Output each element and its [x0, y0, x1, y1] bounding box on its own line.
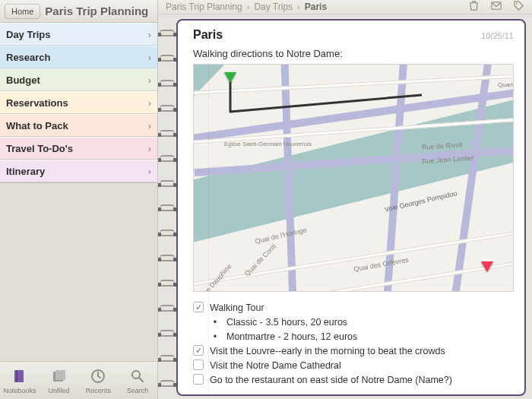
note-body[interactable]: Walking Tour • Classic - 3.5 hours, 20 e…	[178, 296, 524, 394]
mail-icon[interactable]	[490, 0, 502, 14]
chevron-right-icon: ›	[148, 143, 151, 154]
tab-notebooks[interactable]: Notebooks	[2, 367, 37, 394]
tab-unfiled[interactable]: Unfiled	[42, 367, 77, 394]
note-subtitle[interactable]: Walking directions to Notre Dame:	[178, 45, 524, 64]
checklist-item[interactable]: Walking Tour	[193, 302, 514, 314]
bullet-icon: •	[210, 316, 220, 328]
bullet-item[interactable]: • Montmartre - 2 hours, 12 euros	[210, 331, 514, 343]
bullet-icon: •	[210, 331, 220, 343]
sidebar-item-label: Itinerary	[6, 166, 45, 177]
content-area: Paris Trip Planning › Day Trips › Paris	[158, 0, 532, 399]
item-text: Visit the Louvre--early in the morning t…	[210, 345, 445, 357]
chevron-right-icon: ›	[148, 29, 151, 40]
checklist-item[interactable]: Visit the Louvre--early in the morning t…	[193, 345, 514, 357]
svg-rect-1	[16, 370, 17, 382]
note-title[interactable]: Paris	[193, 28, 223, 42]
checklist-item[interactable]: Visit the Notre Dame Cathedral	[193, 359, 514, 372]
svg-point-8	[516, 3, 518, 5]
sidebar-item-label: Day Trips	[6, 29, 51, 40]
sidebar-item-budget[interactable]: Budget ›	[0, 68, 157, 91]
sidebar-filler	[0, 183, 157, 361]
tab-label: Search	[127, 387, 149, 394]
sidebar-item-day-trips[interactable]: Day Trips ›	[0, 23, 157, 46]
tab-search[interactable]: Search	[120, 367, 155, 394]
map-image[interactable]: Rue de Rivoli Rue Jean Lantier Voie Geor…	[193, 64, 514, 292]
item-text: Go to the restaurant on east side of Not…	[210, 374, 452, 386]
sidebar-item-label: Budget	[6, 74, 40, 86]
checkbox-icon[interactable]	[193, 302, 204, 312]
sidebar-item-reservations[interactable]: Reservations ›	[0, 91, 157, 114]
stack-icon	[50, 367, 68, 385]
sidebar-item-label: Research	[6, 52, 51, 63]
sidebar: Home Paris Trip Planning Day Trips › Res…	[0, 0, 158, 399]
bullet-item[interactable]: • Classic - 3.5 hours, 20 euros	[210, 316, 514, 328]
chevron-right-icon: ›	[148, 166, 151, 177]
chevron-right-icon: ›	[247, 2, 250, 11]
chevron-right-icon: ›	[148, 120, 151, 131]
home-button[interactable]: Home	[5, 4, 40, 19]
route-end-marker	[481, 261, 493, 272]
note-date: 10/25/11	[481, 31, 514, 40]
trash-icon[interactable]	[468, 0, 480, 14]
item-text: Visit the Notre Dame Cathedral	[210, 359, 341, 372]
bottom-tabbar: Notebooks Unfiled Recents Search	[0, 361, 157, 399]
route-start-marker	[224, 72, 236, 83]
sidebar-item-travel-todos[interactable]: Travel To-Do's ›	[0, 137, 157, 160]
crumb-section[interactable]: Day Trips	[254, 2, 293, 12]
chevron-right-icon: ›	[148, 74, 151, 86]
clock-icon	[89, 367, 107, 385]
item-text: Classic - 3.5 hours, 20 euros	[226, 316, 347, 328]
map-label: Quartier des Halles	[498, 81, 514, 88]
crumb-notebook[interactable]: Paris Trip Planning	[166, 2, 242, 12]
app-root: Home Paris Trip Planning Day Trips › Res…	[0, 0, 532, 399]
notebook-title: Paris Trip Planning	[45, 5, 148, 17]
sidebar-item-label: What to Pack	[6, 120, 68, 131]
tab-recents[interactable]: Recents	[81, 367, 116, 394]
tab-label: Notebooks	[3, 387, 36, 394]
note-container: Paris 10/25/11 Walking directions to Not…	[158, 14, 532, 399]
note-header: Paris 10/25/11	[178, 21, 524, 45]
checklist-item[interactable]: Go to the restaurant on east side of Not…	[193, 374, 514, 386]
crumb-page: Paris	[305, 2, 327, 12]
spiral-binding	[160, 30, 176, 387]
sidebar-item-itinerary[interactable]: Itinerary ›	[0, 160, 157, 182]
svg-line-6	[139, 378, 143, 382]
notebook-icon	[11, 367, 29, 385]
sidebar-item-what-to-pack[interactable]: What to Pack ›	[0, 114, 157, 137]
checkbox-icon[interactable]	[193, 345, 204, 356]
search-icon	[128, 367, 147, 385]
tag-icon[interactable]	[513, 0, 524, 14]
tab-label: Recents	[86, 387, 111, 394]
note-page: Paris 10/25/11 Walking directions to Not…	[176, 19, 526, 396]
notebook-list: Day Trips › Research › Budget › Reservat…	[0, 23, 157, 183]
svg-rect-0	[14, 370, 24, 382]
map-label: Quai de l'Horloge	[255, 226, 308, 245]
chevron-right-icon: ›	[297, 2, 300, 11]
page-actions	[468, 0, 524, 14]
checkbox-icon[interactable]	[193, 374, 204, 385]
sidebar-item-label: Travel To-Do's	[6, 143, 73, 154]
breadcrumb: Paris Trip Planning › Day Trips › Paris	[158, 0, 532, 14]
sidebar-item-label: Reservations	[6, 97, 68, 109]
chevron-right-icon: ›	[148, 52, 151, 63]
item-text: Walking Tour	[210, 302, 264, 314]
checkbox-icon[interactable]	[193, 359, 204, 370]
sidebar-header: Home Paris Trip Planning	[0, 0, 157, 23]
item-text: Montmartre - 2 hours, 12 euros	[226, 331, 357, 343]
tab-label: Unfiled	[49, 387, 70, 394]
sidebar-item-research[interactable]: Research ›	[0, 46, 157, 68]
map-label: Eglise Saint-Germain l'Auxerrois	[224, 141, 312, 147]
svg-rect-3	[55, 370, 65, 380]
chevron-right-icon: ›	[148, 97, 151, 109]
